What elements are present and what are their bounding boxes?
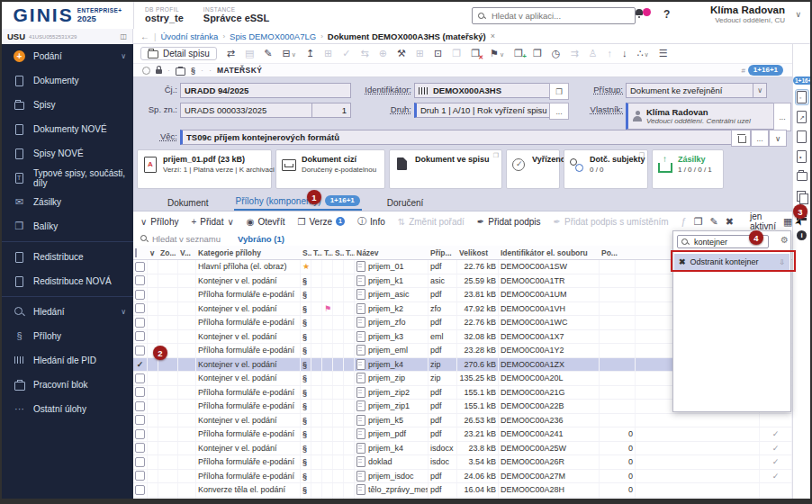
spzn-suffix-field[interactable]: 1 — [311, 103, 351, 118]
row-checkbox[interactable] — [135, 485, 145, 495]
back-icon[interactable]: ← — [140, 32, 149, 41]
breadcrumb-spis[interactable]: Spis DEMOX000A7LG — [230, 32, 316, 41]
close-icon[interactable]: × — [491, 32, 495, 40]
vlastnik-field[interactable]: Klíma RadovanVedoucí oddělení. Centrální… — [626, 103, 775, 130]
select-all-checkbox[interactable] — [135, 248, 137, 257]
row-checkbox[interactable] — [135, 443, 145, 453]
row-select[interactable] — [133, 498, 148, 504]
open-button[interactable]: ◉Otevřít — [247, 217, 285, 227]
table-row[interactable]: Odpověď na el. podání§⚲potvrzen.pdfpdf92… — [133, 498, 792, 504]
row-select[interactable] — [133, 483, 148, 497]
add-button[interactable]: +Přidat∨ — [191, 217, 233, 227]
row-select[interactable] — [133, 470, 148, 483]
row-checkbox[interactable] — [135, 303, 145, 313]
versions-button[interactable]: ❐Verze1 — [298, 217, 346, 227]
sidebar-item-spisy[interactable]: Spisy — [2, 93, 133, 117]
folder-icon[interactable]: ⊡ — [434, 49, 442, 58]
tab-doruceni[interactable]: Doručení — [385, 195, 426, 211]
identifikator-field[interactable]: DEMOX000A3HS — [414, 83, 551, 98]
row-select[interactable]: ✓ — [133, 358, 148, 372]
row-select[interactable] — [133, 344, 148, 357]
row-checkbox[interactable] — [135, 401, 145, 411]
gear-icon[interactable]: ⚙ — [780, 235, 789, 245]
row-checkbox[interactable] — [135, 374, 145, 383]
card-vyrizeno[interactable]: Vyřízeno — [506, 149, 560, 189]
document-add-icon[interactable]: ❐+ — [514, 49, 523, 58]
row-checkbox[interactable] — [135, 346, 145, 356]
row-checkbox[interactable] — [135, 499, 145, 504]
vec-more-button[interactable]: ... — [751, 130, 769, 147]
spzn-field[interactable]: URADS 000033/2025 — [180, 103, 312, 118]
list-search[interactable]: Hledat v seznamu — [140, 234, 230, 244]
grid-view-icon[interactable]: ▦ — [783, 217, 792, 227]
row-checkbox[interactable] — [135, 262, 145, 272]
vlastnik-label[interactable]: Vlastník: — [573, 103, 623, 117]
preview-document-icon[interactable]: ◦ — [796, 90, 808, 104]
document-out-icon[interactable]: ↗ — [796, 110, 808, 124]
note-icon[interactable] — [796, 130, 808, 144]
document-gear-icon[interactable]: • — [796, 149, 808, 164]
row-checkbox[interactable] — [135, 331, 145, 341]
card-prijem-01-pdf-23-kb[interactable]: prijem_01.pdf (23 kB)Verzí: 1 | Platná v… — [137, 149, 272, 189]
row-select[interactable] — [133, 372, 148, 385]
row-select[interactable] — [133, 455, 148, 469]
row-checkbox[interactable] — [135, 318, 145, 328]
user-menu[interactable]: Klíma Radovan Vedoucí oddělení, CU — [710, 4, 785, 24]
folder-icon[interactable] — [796, 169, 808, 184]
share-icon[interactable]: ∴∨ — [637, 49, 649, 58]
table-row[interactable]: Konverze těla el. podání§tělo_zprávy_mes… — [133, 483, 792, 498]
row-select[interactable] — [133, 442, 148, 455]
row-select[interactable] — [133, 386, 148, 400]
section-prilohy[interactable]: ∨Přílohy — [140, 217, 178, 227]
row-checkbox[interactable] — [135, 387, 145, 397]
sidebar-item-redistribuce[interactable]: Redistribuce — [2, 245, 133, 269]
row-select[interactable] — [133, 428, 148, 441]
sidebar-item-dokumenty-nove[interactable]: Dokumenty NOVÉ — [2, 117, 133, 141]
help-button[interactable]: ? — [663, 8, 670, 21]
sidebar-item-podani[interactable]: +Podání∨ — [2, 44, 133, 68]
sidebar-item-typove-spisy-soucasti-dily[interactable]: Typové spisy, součásti, díly — [2, 166, 133, 190]
sidebar-item-spisy-nove[interactable]: Spisy NOVÉ — [2, 141, 133, 166]
sidebar-collapse-icon[interactable]: ◫ — [120, 32, 127, 40]
row-select[interactable] — [133, 400, 148, 413]
druh-field[interactable]: Druh 1 | A/10 | Rok vyřízení spisu — [414, 103, 550, 118]
table-row[interactable]: Kontejner v el. podání§prijem_k5pdf26.53… — [133, 414, 792, 428]
druh-label[interactable]: Druh: — [360, 103, 411, 117]
row-checkbox[interactable] — [135, 275, 145, 285]
row-checkbox[interactable] — [135, 290, 145, 300]
row-checkbox[interactable] — [135, 457, 145, 467]
edit-icon[interactable]: ✎ — [264, 49, 272, 58]
copy-identifier-button[interactable]: ❐ — [549, 83, 569, 100]
app-search[interactable] — [472, 7, 636, 24]
tab-dokument[interactable]: Dokument — [166, 195, 211, 211]
row-select[interactable] — [133, 260, 148, 274]
row-select[interactable] — [133, 316, 148, 329]
cj-field[interactable]: URADD 94/2025 — [180, 83, 351, 98]
sidebar-item-baliky[interactable]: ❒Balíky — [2, 214, 133, 238]
copies-icon[interactable] — [796, 189, 808, 203]
delete-icon[interactable]: ✖ — [726, 217, 734, 227]
sidebar-item-prilohy[interactable]: §Přílohy — [2, 324, 133, 348]
add-signature-button[interactable]: ✒Přidat podpis — [477, 217, 541, 227]
druh-more-button[interactable]: ... — [549, 103, 569, 120]
history-icon[interactable]: ◷ — [552, 49, 561, 58]
detail-spisu-button[interactable]: Detail spisu — [140, 47, 217, 60]
vec-field[interactable]: TS09c příjem kontejnerových formátů — [180, 130, 733, 145]
sidebar-item-zasilky[interactable]: ✉Zásilky — [2, 190, 133, 214]
sidebar-item-pracovni-blok[interactable]: Pracovní blok — [2, 373, 133, 397]
sidebar-item-redistribuce-nova[interactable]: Redistribuce NOVÁ — [2, 269, 133, 293]
row-checkbox[interactable] — [135, 471, 145, 481]
menu-icon[interactable]: ☰ — [659, 49, 668, 58]
flag-icon[interactable]: ⚑∨ — [490, 49, 504, 58]
delete-button[interactable] — [731, 130, 751, 147]
header-cell[interactable] — [133, 248, 148, 257]
card-zasilky[interactable]: Zásilky1 / 0 / 0 / 1 — [652, 149, 724, 189]
tab-prilohy-komponenty[interactable]: Přílohy (komponenty)1+16+1 — [234, 193, 362, 211]
table-row[interactable]: Kontejner v el. podání§prijem_k4isdocx23… — [133, 442, 792, 456]
info-icon[interactable]: i — [796, 229, 808, 243]
row-select[interactable] — [133, 302, 148, 316]
duplicate-icon[interactable]: ❐ — [533, 49, 542, 58]
pristup-label[interactable]: Přístup: — [573, 83, 623, 97]
identifikator-label[interactable]: Identifikátor: — [360, 83, 411, 97]
row-select[interactable] — [133, 274, 148, 288]
